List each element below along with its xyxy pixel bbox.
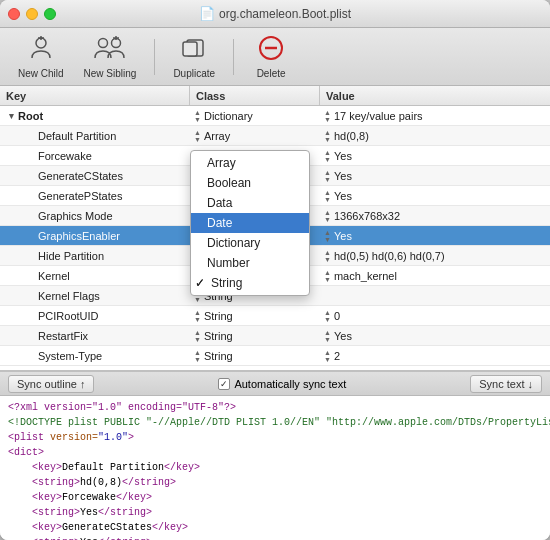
row-key-text: GeneratePStates (38, 190, 122, 202)
row-key-text: System-Type (38, 350, 102, 362)
new-sibling-icon (92, 34, 128, 66)
bottom-panel: Sync outline ↑ ✓ Automatically sync text… (0, 370, 550, 540)
toolbar-separator-2 (233, 39, 234, 75)
class-stepper[interactable]: ▲▼ (194, 329, 201, 343)
table-row[interactable]: Default Partition▲▼Array▲▼hd(0,8) (0, 126, 550, 146)
row-value-text: Yes (334, 190, 352, 202)
row-key-text: Default Partition (38, 130, 116, 142)
class-stepper[interactable]: ▲▼ (194, 109, 201, 123)
dropdown-item-label: Date (207, 216, 232, 230)
minimize-button[interactable] (26, 8, 38, 20)
delete-button[interactable]: Delete (246, 30, 296, 83)
row-value-text: 2 (334, 350, 340, 362)
sync-text-button[interactable]: Sync text ↓ (470, 375, 542, 393)
row-class-text: Array (204, 130, 230, 142)
value-stepper[interactable]: ▲▼ (324, 269, 331, 283)
row-value-text: mach_kernel (334, 270, 397, 282)
value-stepper[interactable]: ▲▼ (324, 169, 331, 183)
auto-sync-label: Automatically sync text (234, 378, 346, 390)
row-class-text: String (204, 330, 233, 342)
value-stepper[interactable]: ▲▼ (324, 349, 331, 363)
delete-label: Delete (257, 68, 286, 79)
bottom-toolbar: Sync outline ↑ ✓ Automatically sync text… (0, 372, 550, 396)
main-window: 📄 org.chameleon.Boot.plist New Child (0, 0, 550, 540)
maximize-button[interactable] (44, 8, 56, 20)
xml-line: <key>GenerateCStates</key> (8, 520, 542, 535)
row-value-text: Yes (334, 170, 352, 182)
col-header-value: Value (320, 86, 550, 105)
table-row[interactable]: PCIRootUID▲▼String▲▼0 (0, 306, 550, 326)
row-value-text: 17 key/value pairs (334, 110, 423, 122)
row-class-text: String (204, 310, 233, 322)
sync-outline-button[interactable]: Sync outline ↑ (8, 375, 94, 393)
dropdown-item-label: Data (207, 196, 232, 210)
dropdown-item[interactable]: Date (191, 213, 309, 233)
new-child-button[interactable]: New Child (12, 30, 70, 83)
xml-line: <string>Yes</string> (8, 505, 542, 520)
value-stepper[interactable]: ▲▼ (324, 189, 331, 203)
dropdown-item[interactable]: ✓String (191, 273, 309, 293)
table-container: Key Class Value Root▲▼Dictionary▲▼17 key… (0, 86, 550, 370)
window-title: 📄 org.chameleon.Boot.plist (199, 6, 351, 21)
disclosure-arrow[interactable] (4, 111, 18, 121)
class-stepper[interactable]: ▲▼ (194, 349, 201, 363)
file-icon: 📄 (199, 6, 215, 21)
xml-content: <?xml version="1.0" encoding="UTF-8"?><!… (0, 396, 550, 540)
row-key-text: Kernel Flags (38, 290, 100, 302)
row-value-text: 1366x768x32 (334, 210, 400, 222)
checkmark-icon: ✓ (195, 276, 205, 290)
duplicate-label: Duplicate (173, 68, 215, 79)
value-stepper[interactable]: ▲▼ (324, 309, 331, 323)
table-row[interactable]: System-Type▲▼String▲▼2 (0, 346, 550, 366)
auto-sync-checkbox[interactable]: ✓ (218, 378, 230, 390)
toolbar-separator-1 (154, 39, 155, 75)
xml-line: <key>Forcewake</key> (8, 490, 542, 505)
col-header-class: Class (190, 86, 320, 105)
value-stepper[interactable]: ▲▼ (324, 229, 331, 243)
titlebar: 📄 org.chameleon.Boot.plist (0, 0, 550, 28)
row-value-text: Yes (334, 150, 352, 162)
row-value-text: hd(0,8) (334, 130, 369, 142)
value-stepper[interactable]: ▲▼ (324, 149, 331, 163)
dropdown-item-label: Boolean (207, 176, 251, 190)
value-stepper[interactable]: ▲▼ (324, 329, 331, 343)
dropdown-item-label: Dictionary (207, 236, 260, 250)
new-sibling-button[interactable]: New Sibling (78, 30, 143, 83)
row-value-text: Yes (334, 330, 352, 342)
dropdown-item-label: Array (207, 156, 236, 170)
duplicate-button[interactable]: Duplicate (167, 30, 221, 83)
dropdown-item-label: String (211, 276, 242, 290)
dropdown-item[interactable]: Dictionary (191, 233, 309, 253)
dropdown-item[interactable]: Number (191, 253, 309, 273)
xml-line: <plist version="1.0"> (8, 430, 542, 445)
table-row[interactable]: Root▲▼Dictionary▲▼17 key/value pairs (0, 106, 550, 126)
duplicate-icon (179, 34, 209, 66)
class-stepper[interactable]: ▲▼ (194, 309, 201, 323)
value-stepper[interactable]: ▲▼ (324, 109, 331, 123)
xml-line: <string>Yes</string> (8, 535, 542, 540)
delete-icon (257, 34, 285, 66)
col-header-key: Key (0, 86, 190, 105)
row-value-text: hd(0,5) hd(0,6) hd(0,7) (334, 250, 445, 262)
value-stepper[interactable]: ▲▼ (324, 209, 331, 223)
row-key-text: RestartFix (38, 330, 88, 342)
class-dropdown[interactable]: ArrayBooleanDataDateDictionaryNumber✓Str… (190, 150, 310, 296)
auto-sync-area: ✓ Automatically sync text (218, 378, 346, 390)
class-stepper[interactable]: ▲▼ (194, 129, 201, 143)
new-child-label: New Child (18, 68, 64, 79)
row-key-text: PCIRootUID (38, 310, 99, 322)
dropdown-item[interactable]: Data (191, 193, 309, 213)
table-row[interactable]: RestartFix▲▼String▲▼Yes (0, 326, 550, 346)
row-key-text: Graphics Mode (38, 210, 113, 222)
new-sibling-label: New Sibling (84, 68, 137, 79)
dropdown-item[interactable]: Boolean (191, 173, 309, 193)
row-value-text: 0 (334, 310, 340, 322)
traffic-lights (8, 8, 56, 20)
new-child-icon (27, 34, 55, 66)
value-stepper[interactable]: ▲▼ (324, 249, 331, 263)
value-stepper[interactable]: ▲▼ (324, 129, 331, 143)
row-key-text: Hide Partition (38, 250, 104, 262)
dropdown-item[interactable]: Array (191, 153, 309, 173)
row-key-text: Forcewake (38, 150, 92, 162)
close-button[interactable] (8, 8, 20, 20)
